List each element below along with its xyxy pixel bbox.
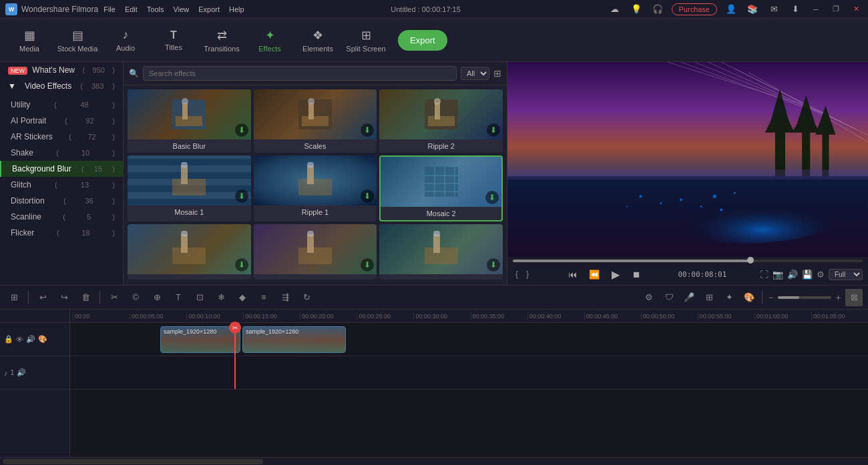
- menu-edit[interactable]: Edit: [125, 5, 138, 13]
- export-button[interactable]: Export: [398, 30, 447, 51]
- menu-file[interactable]: File: [103, 5, 116, 13]
- download-icon[interactable]: ⬇: [361, 189, 374, 203]
- zoom-select[interactable]: Full 50% 75%: [829, 269, 863, 280]
- maximize-button[interactable]: ❐: [829, 3, 843, 16]
- video-effects-section[interactable]: ▼ Video Effects ( 383 ): [0, 78, 123, 94]
- save-frame-icon[interactable]: 💾: [802, 270, 813, 280]
- toolbar-media[interactable]: ▦ Media: [7, 21, 52, 59]
- crop-button[interactable]: ⊡: [191, 289, 208, 306]
- close-button[interactable]: ✕: [849, 3, 863, 16]
- track-eye-icon[interactable]: 👁: [16, 336, 23, 344]
- sidebar-item-glitch[interactable]: Glitch (13): [0, 177, 123, 193]
- grid-view-icon[interactable]: ⊞: [493, 68, 501, 79]
- layout-icon[interactable]: ⊞: [700, 289, 718, 306]
- shield-icon[interactable]: 🛡: [660, 289, 678, 306]
- cut-button[interactable]: ✂: [105, 289, 123, 306]
- in-marker-button[interactable]: {: [513, 268, 521, 280]
- purchase-button[interactable]: Purchase: [672, 3, 717, 15]
- menu-tools[interactable]: Tools: [147, 5, 164, 13]
- search-input[interactable]: [143, 66, 457, 81]
- play-button[interactable]: ▶: [608, 266, 624, 282]
- effect-card-row3-3[interactable]: ⬇: [379, 224, 503, 280]
- track-audio-icon[interactable]: 🔊: [26, 335, 35, 344]
- download-icon[interactable]: ⬇: [485, 191, 499, 204]
- horizontal-scrollbar[interactable]: [0, 457, 868, 465]
- download-icon[interactable]: ⬇: [235, 189, 248, 203]
- sidebar-item-background-blur[interactable]: Background Blur (15): [0, 161, 123, 177]
- filter-select[interactable]: All: [461, 67, 489, 80]
- mic-icon[interactable]: 🎤: [680, 289, 698, 306]
- snapshot-icon[interactable]: 📷: [773, 270, 783, 280]
- sidebar-item-shake[interactable]: Shake (10): [0, 145, 123, 161]
- zoom-out-icon[interactable]: －: [767, 292, 775, 304]
- audio-adj-button[interactable]: ≡: [255, 289, 272, 306]
- menu-help[interactable]: Help: [229, 5, 244, 13]
- download-icon[interactable]: ⬇: [487, 123, 500, 137]
- sidebar-item-ar-stickers[interactable]: AR Stickers (72): [0, 129, 123, 145]
- freeze-button[interactable]: ❄: [212, 289, 230, 306]
- fit-timeline-icon[interactable]: ⊠: [845, 289, 863, 306]
- download-icon[interactable]: ⬇: [361, 258, 374, 272]
- progress-handle[interactable]: [747, 257, 754, 264]
- effect-card-basic-blur[interactable]: ⬇ Basic Blur: [128, 89, 251, 153]
- scrollbar-thumb[interactable]: [3, 459, 263, 464]
- skip-back-button[interactable]: ⏮: [565, 266, 581, 282]
- sidebar-item-utility[interactable]: Utility (48): [0, 97, 123, 113]
- copy-button[interactable]: ©: [127, 289, 144, 306]
- fullscreen-icon[interactable]: ⛶: [760, 270, 769, 280]
- video-clip-2[interactable]: sample_1920×1280: [242, 326, 346, 353]
- headset-icon[interactable]: 🎧: [650, 2, 665, 17]
- download-icon[interactable]: ⬇: [235, 123, 248, 137]
- effect-card-scales[interactable]: ⬇ Scales: [254, 89, 377, 153]
- zoom-slider[interactable]: [778, 296, 831, 299]
- color-icon[interactable]: 🎨: [740, 289, 758, 306]
- toolbar-elements[interactable]: ❖ Elements: [295, 21, 341, 59]
- audio-track-lock-icon[interactable]: 🔊: [17, 368, 26, 377]
- progress-bar[interactable]: [513, 260, 863, 262]
- effect-card-row3-2[interactable]: ⬇: [254, 224, 377, 280]
- keyframe-button[interactable]: ◆: [234, 289, 251, 306]
- toolbar-audio[interactable]: ♪ Audio: [103, 21, 148, 59]
- download-icon[interactable]: ⬇: [361, 123, 374, 137]
- ripple-delete-button[interactable]: ⇶: [276, 289, 294, 306]
- menu-view[interactable]: View: [174, 5, 190, 13]
- video-clip-1[interactable]: sample_1920×1280: [160, 326, 240, 353]
- zoom-in-icon[interactable]: ＋: [834, 292, 843, 304]
- sidebar-item-flicker[interactable]: Flicker (18): [0, 225, 123, 241]
- lightbulb-icon[interactable]: 💡: [629, 2, 644, 17]
- toolbar-titles[interactable]: T Titles: [151, 21, 196, 59]
- whats-new-section[interactable]: NEW What's New ( 950 ): [0, 62, 123, 78]
- undo-button[interactable]: ↩: [34, 289, 51, 306]
- toolbar-transitions[interactable]: ⇄ Transitions: [199, 21, 244, 59]
- out-marker-button[interactable]: }: [523, 268, 531, 280]
- library-icon[interactable]: 📚: [745, 2, 760, 17]
- effect-card-mosaic1[interactable]: ⬇ Mosaic 1: [128, 155, 251, 221]
- loop-button[interactable]: ↻: [298, 289, 315, 306]
- toolbar-stock-media[interactable]: ▤ Stock Media: [55, 21, 100, 59]
- audio-icon[interactable]: 🔊: [787, 270, 798, 280]
- download-icon[interactable]: ⬇: [487, 258, 500, 272]
- toolbar-effects[interactable]: ✦ Effects: [247, 21, 292, 59]
- redo-button[interactable]: ↪: [55, 289, 73, 306]
- frame-back-button[interactable]: ⏪: [586, 266, 602, 282]
- cloud-icon[interactable]: ☁: [608, 2, 622, 17]
- track-lock-icon[interactable]: 🔒: [4, 335, 13, 344]
- track-color-icon[interactable]: 🎨: [38, 335, 47, 344]
- mail-icon[interactable]: ✉: [767, 2, 781, 17]
- sidebar-item-distortion[interactable]: Distortion (36): [0, 193, 123, 209]
- tools-panel-icon[interactable]: ⊞: [5, 289, 23, 306]
- ai-cut-icon[interactable]: ✦: [720, 289, 738, 306]
- sidebar-item-ai-portrait[interactable]: AI Portrait (92): [0, 113, 123, 129]
- effect-card-ripple1[interactable]: ⬇ Ripple 1: [254, 155, 377, 221]
- download-icon[interactable]: ⬇: [788, 2, 803, 17]
- insert-button[interactable]: ⊕: [148, 289, 166, 306]
- stop-button[interactable]: ⏹: [629, 266, 645, 282]
- user-avatar[interactable]: 👤: [724, 2, 738, 17]
- sidebar-item-scanline[interactable]: Scanline (5): [0, 209, 123, 225]
- effect-card-ripple2[interactable]: ⬇ Ripple 2: [379, 89, 503, 153]
- delete-button[interactable]: 🗑: [77, 289, 94, 306]
- settings-icon[interactable]: ⚙: [817, 270, 825, 280]
- toolbar-split-screen[interactable]: ⊞ Split Screen: [343, 21, 389, 59]
- track-settings-icon[interactable]: ⚙: [640, 289, 658, 306]
- minimize-button[interactable]: ─: [809, 3, 823, 16]
